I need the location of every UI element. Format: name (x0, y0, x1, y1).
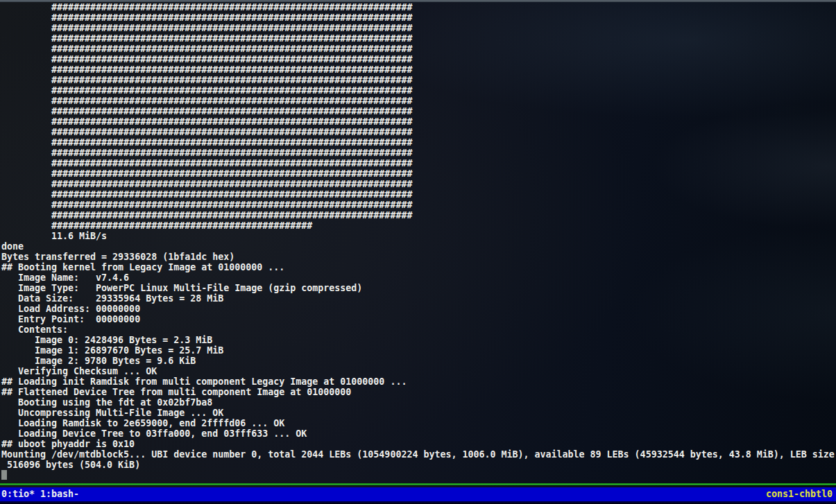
terminal-screen: ########################################… (0, 0, 836, 504)
pane-separator-line (0, 483, 836, 485)
tmux-status-bar: 0:tio*1:bash- cons1-chbtl0 (0, 487, 836, 501)
tmux-window-list: 0:tio*1:bash- (0, 487, 79, 501)
tmux-window-tab-tio[interactable]: 0:tio* (1, 487, 35, 501)
status-hostname-label: cons1-chbtl0 (766, 487, 836, 501)
status-bar-shadow (0, 501, 836, 504)
tmux-window-tab-bash[interactable]: 1:bash- (40, 487, 79, 501)
terminal-cursor (1, 470, 7, 480)
terminal-output: ########################################… (1, 2, 835, 470)
